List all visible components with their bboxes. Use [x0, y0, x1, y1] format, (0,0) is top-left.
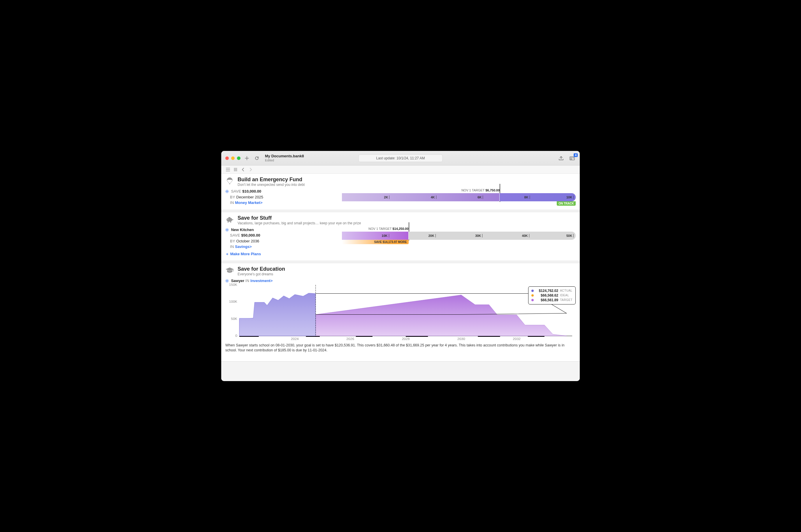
bar-tick: 30K — [475, 232, 482, 240]
svg-rect-9 — [228, 222, 228, 223]
bar-tick: 40K — [522, 232, 529, 240]
list-view-icon[interactable] — [225, 168, 230, 171]
mortarboard-icon — [225, 266, 234, 275]
section-subtitle: Vacations, large purchases, big and smal… — [238, 221, 361, 225]
save-label: SAVE — [231, 189, 241, 193]
save-more-suffix: MORE — [397, 240, 407, 244]
filename: My Documents.bank8 — [265, 154, 304, 158]
svg-rect-2 — [573, 158, 574, 158]
bar-tick: 2K — [384, 193, 389, 201]
make-more-plans-link[interactable]: ＋ Make More Plans — [221, 250, 265, 257]
section-title: Save for Stuff — [238, 215, 361, 221]
close-button[interactable] — [225, 156, 229, 160]
svg-point-4 — [229, 184, 230, 185]
section-emergency-fund: Build an Emergency Fund Don't let the un… — [221, 174, 580, 210]
legend-label-ideal: IDEAL — [560, 294, 569, 297]
last-update-pill[interactable]: Last update: 10/1/24, 11:27 AM — [358, 154, 443, 162]
deadline: December 2025 — [236, 195, 263, 199]
in-label: IN — [230, 244, 234, 249]
legend-amount-actual: $124,762.02 — [536, 289, 558, 293]
section-title: Build an Emergency Fund — [238, 176, 304, 183]
add-button[interactable] — [243, 155, 250, 162]
by-label: BY — [230, 195, 235, 199]
save-amount: $50,000.00 — [241, 233, 260, 238]
gear-icon[interactable] — [225, 279, 229, 283]
svg-rect-3 — [571, 159, 572, 159]
legend-label-actual: ACTUAL — [560, 289, 572, 292]
zoom-button[interactable] — [237, 156, 241, 160]
last-update-text: Last update: 10/1/24, 11:27 AM — [376, 156, 425, 160]
target-amount: $6,750.00 — [485, 189, 500, 192]
bar-tick: 8K — [524, 193, 530, 201]
education-chart: 050K100K150K20242026202820302032 — [225, 284, 576, 342]
chart-meta: Sawyer IN Investment> — [225, 277, 576, 284]
progress-bar-stuff: NOV 1 TARGET $14,250.00 10K 20K 30K 40K … — [342, 227, 576, 240]
section-subtitle: Don't let the unexpected send you into d… — [238, 183, 304, 187]
accounts-button[interactable]: 4 — [569, 155, 576, 162]
section-save-for-education: Save for Education Everyone's got dreams… — [221, 263, 580, 362]
chart-description: When Sawyer starts school on 08-01-2030,… — [221, 342, 580, 357]
in-label: IN — [230, 201, 234, 205]
piggy-bank-icon — [225, 215, 234, 224]
section-title: Save for Education — [238, 266, 285, 272]
edited-label: Edited — [265, 158, 304, 162]
svg-text:100K: 100K — [229, 300, 238, 303]
document-title: My Documents.bank8 Edited — [265, 154, 304, 162]
deadline: October 2036 — [236, 239, 259, 243]
gear-icon[interactable] — [225, 228, 229, 232]
save-label: SAVE — [230, 233, 240, 238]
bar-tick: 10K — [381, 232, 389, 240]
navbar — [221, 166, 580, 174]
svg-text:2026: 2026 — [346, 337, 354, 340]
goal-meta: SAVE $10,000.00 BY December 2025 IN Mone… — [225, 189, 336, 206]
save-more-prefix: SAVE — [374, 240, 383, 244]
save-more-amount: $14,173.97 — [383, 240, 397, 244]
goal-name: New Kitchen — [231, 228, 254, 232]
svg-rect-8 — [228, 217, 230, 218]
progress-bar-emergency: NOV 1 TARGET $6,750.00 2K 4K 6K 8K 10K O… — [342, 189, 576, 201]
svg-point-5 — [226, 191, 228, 192]
column-view-icon[interactable] — [233, 168, 238, 171]
svg-rect-1 — [571, 158, 572, 158]
svg-text:50K: 50K — [231, 317, 237, 320]
nav-back-button[interactable] — [241, 168, 246, 171]
save-amount: $10,000.00 — [242, 189, 261, 193]
legend-dot-target — [532, 299, 534, 301]
accounts-badge: 4 — [574, 153, 578, 157]
student-name: Sawyer — [231, 279, 245, 283]
nav-forward-button[interactable] — [248, 168, 253, 171]
legend-label-target: TARGET — [560, 298, 573, 302]
svg-text:2030: 2030 — [457, 337, 465, 340]
bar-tick: 20K — [428, 232, 436, 240]
svg-text:2028: 2028 — [402, 337, 410, 340]
svg-text:0: 0 — [235, 334, 237, 337]
section-save-for-stuff: Save for Stuff Vacations, large purchase… — [221, 212, 580, 261]
refresh-button[interactable] — [253, 155, 260, 162]
bar-tick: 10K — [566, 193, 574, 201]
legend-dot-ideal — [532, 294, 534, 297]
svg-point-7 — [228, 218, 228, 219]
svg-rect-10 — [230, 222, 231, 223]
minimize-button[interactable] — [231, 156, 235, 160]
gear-icon[interactable] — [225, 190, 229, 193]
legend-amount-target: $66,561.89 — [536, 298, 558, 302]
account-link[interactable]: Money Market> — [235, 201, 262, 205]
legend-amount-ideal: $66,568.62 — [536, 293, 558, 298]
in-label: IN — [245, 279, 249, 283]
upload-button[interactable] — [558, 155, 565, 162]
on-track-badge: ON TRACK — [557, 201, 576, 206]
account-link[interactable]: Investment> — [250, 279, 273, 283]
svg-point-12 — [226, 280, 228, 282]
legend-dot-actual — [532, 290, 534, 292]
chart-legend: $124,762.02 ACTUAL $66,568.62 IDEAL $66,… — [528, 286, 576, 304]
svg-text:2024: 2024 — [291, 337, 299, 340]
titlebar: My Documents.bank8 Edited Last update: 1… — [221, 151, 580, 166]
account-link[interactable]: Savings> — [235, 244, 252, 249]
section-subtitle: Everyone's got dreams — [238, 272, 285, 276]
content-scroll[interactable]: Build an Emergency Fund Don't let the un… — [221, 174, 580, 381]
target-date-label: NOV 1 TARGET — [369, 227, 391, 230]
bar-tick: 6K — [478, 193, 483, 201]
parachute-icon — [225, 176, 234, 185]
bar-tick: 50K — [566, 232, 574, 240]
target-amount: $14,250.00 — [393, 227, 409, 230]
